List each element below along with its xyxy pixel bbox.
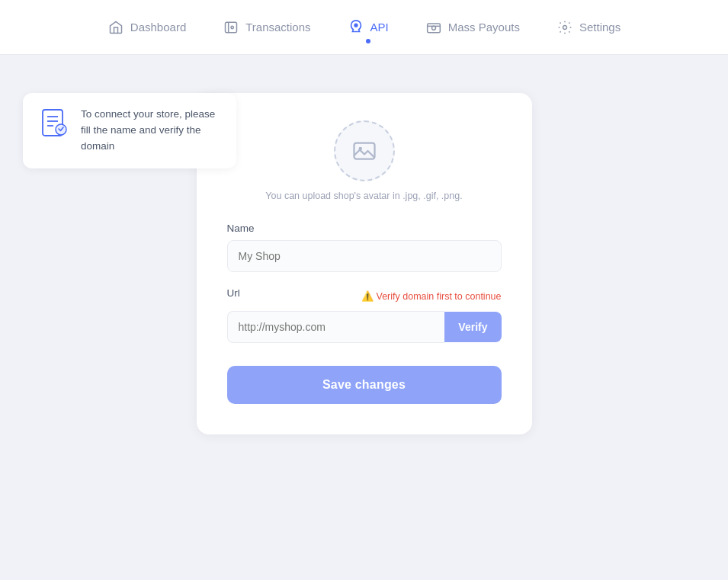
avatar-hint-text: You can upload shop's avatar in .jpg, .g… xyxy=(265,191,462,201)
url-field-group: Url ⚠️ Verify domain first to continue V… xyxy=(227,287,502,343)
avatar-section: You can upload shop's avatar in .jpg, .g… xyxy=(227,120,502,201)
main-content: To connect your store, please fill the n… xyxy=(0,55,728,473)
nav-mass-payouts-label: Mass Payouts xyxy=(448,21,520,34)
nav-dashboard[interactable]: Dashboard xyxy=(104,14,189,40)
nav-settings[interactable]: Settings xyxy=(553,14,624,40)
url-label: Url xyxy=(227,287,240,299)
navigation: Dashboard Transactions API xyxy=(0,0,728,55)
settings-icon xyxy=(556,19,573,36)
save-changes-button[interactable]: Save changes xyxy=(227,366,502,404)
url-error: ⚠️ Verify domain first to continue xyxy=(361,290,502,302)
nav-api-label: API xyxy=(370,21,389,34)
nav-transactions-label: Transactions xyxy=(245,21,310,34)
nav-api[interactable]: API xyxy=(345,14,392,40)
verify-button[interactable]: Verify xyxy=(444,312,501,342)
svg-rect-12 xyxy=(354,143,374,159)
nav-active-dot xyxy=(366,39,370,43)
name-field-group: Name xyxy=(227,223,502,272)
svg-point-6 xyxy=(563,25,566,29)
hint-text: To connect your store, please fill the n… xyxy=(81,107,221,155)
mass-payouts-icon xyxy=(425,19,442,36)
dashboard-icon xyxy=(107,19,124,36)
svg-rect-4 xyxy=(427,24,440,33)
url-input-wrapper: Verify xyxy=(227,311,502,343)
url-field-row: Url ⚠️ Verify domain first to continue xyxy=(227,287,502,305)
hint-card: To connect your store, please fill the n… xyxy=(23,93,236,168)
nav-transactions[interactable]: Transactions xyxy=(220,14,313,40)
svg-point-2 xyxy=(231,26,233,28)
transactions-icon xyxy=(223,19,239,36)
nav-mass-payouts[interactable]: Mass Payouts xyxy=(422,14,523,40)
svg-point-3 xyxy=(354,24,358,27)
warning-icon: ⚠️ xyxy=(361,290,374,302)
image-placeholder-icon xyxy=(351,137,378,165)
name-label: Name xyxy=(227,223,502,234)
name-input[interactable] xyxy=(227,240,502,272)
hint-icon xyxy=(38,107,70,139)
nav-dashboard-label: Dashboard xyxy=(130,21,186,34)
avatar-upload[interactable] xyxy=(334,120,395,181)
url-input[interactable] xyxy=(227,311,445,343)
url-error-text: Verify domain first to continue xyxy=(377,291,502,302)
shop-form-card: You can upload shop's avatar in .jpg, .g… xyxy=(197,93,532,434)
api-icon xyxy=(348,19,364,36)
nav-settings-label: Settings xyxy=(579,21,621,34)
